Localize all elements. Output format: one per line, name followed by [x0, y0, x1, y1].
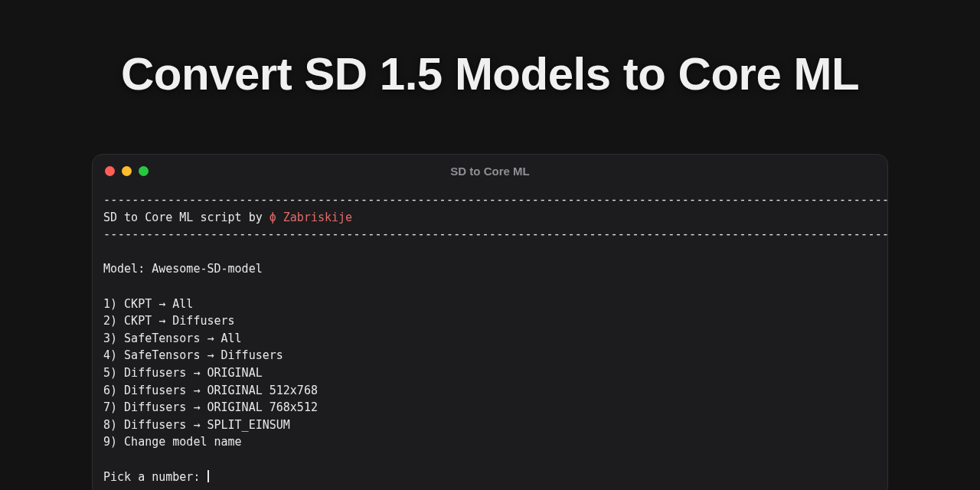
- window-title: SD to Core ML: [93, 165, 887, 178]
- cursor-icon: [207, 470, 209, 482]
- traffic-lights: [105, 166, 149, 176]
- zoom-icon[interactable]: [139, 166, 149, 176]
- menu-option: 2) CKPT → Diffusers: [103, 314, 235, 328]
- credit-prefix: SD to Core ML script by: [103, 211, 270, 224]
- terminal-window: SD to Core ML --------------------------…: [92, 154, 888, 490]
- menu-option: 3) SafeTensors → All: [103, 332, 242, 345]
- divider-line: ----------------------------------------…: [103, 193, 888, 207]
- page-title: Convert SD 1.5 Models to Core ML: [0, 47, 980, 100]
- menu-option: 1) CKPT → All: [103, 297, 193, 311]
- credit-author: ϕ Zabriskije: [270, 211, 352, 224]
- titlebar: SD to Core ML: [93, 155, 887, 187]
- model-name: Awesome-SD-model: [152, 262, 263, 276]
- menu-option: 4) SafeTensors → Diffusers: [103, 348, 283, 362]
- close-icon[interactable]: [105, 166, 115, 176]
- menu-option: 9) Change model name: [103, 435, 242, 449]
- divider-line: ----------------------------------------…: [103, 227, 888, 241]
- menu-option: 6) Diffusers → ORIGINAL 512x768: [103, 384, 318, 397]
- menu-option: 8) Diffusers → SPLIT_EINSUM: [103, 418, 290, 432]
- model-label: Model:: [103, 262, 152, 276]
- menu-option: 7) Diffusers → ORIGINAL 768x512: [103, 400, 318, 414]
- prompt-text: Pick a number:: [103, 470, 207, 484]
- menu-option: 5) Diffusers → ORIGINAL: [103, 366, 263, 380]
- terminal-body[interactable]: ----------------------------------------…: [93, 187, 887, 490]
- minimize-icon[interactable]: [122, 166, 132, 176]
